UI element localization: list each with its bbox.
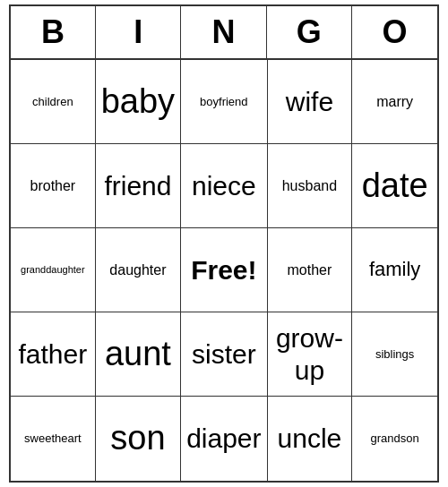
bingo-cell: granddaughter [11, 228, 96, 312]
bingo-cell: niece [181, 144, 267, 228]
cell-text: wife [286, 86, 333, 118]
cell-text: niece [192, 170, 256, 202]
cell-text: brother [30, 177, 76, 194]
bingo-grid: childrenbabyboyfriendwifemarrybrotherfri… [11, 60, 437, 481]
bingo-cell: Free! [181, 228, 267, 312]
bingo-cell: wife [268, 60, 353, 144]
cell-text: family [369, 258, 420, 281]
bingo-cell: daughter [96, 228, 181, 312]
header-letter: I [96, 6, 181, 58]
cell-text: sister [192, 338, 256, 371]
header-letter: B [11, 6, 96, 58]
bingo-cell: siblings [352, 312, 437, 397]
cell-text: uncle [278, 423, 342, 455]
cell-text: grandson [371, 431, 419, 446]
bingo-cell: uncle [268, 397, 353, 481]
bingo-cell: date [352, 144, 437, 228]
cell-text: date [362, 166, 428, 207]
bingo-cell: father [11, 312, 96, 397]
header-letter: O [352, 6, 437, 58]
cell-text: mother [288, 261, 332, 278]
cell-text: friend [104, 170, 171, 202]
bingo-header: BINGO [11, 6, 437, 60]
bingo-cell: diaper [181, 397, 267, 481]
cell-text: son [110, 418, 165, 459]
cell-text: baby [101, 81, 175, 123]
cell-text: siblings [375, 347, 414, 362]
bingo-cell: sweetheart [11, 397, 96, 481]
bingo-cell: marry [352, 60, 437, 144]
header-letter: G [267, 6, 352, 58]
bingo-cell: grandson [352, 397, 437, 481]
bingo-cell: mother [268, 228, 353, 312]
cell-text: children [32, 95, 73, 109]
bingo-cell: husband [268, 144, 353, 228]
cell-text: father [19, 338, 88, 371]
bingo-cell: son [96, 397, 181, 481]
bingo-cell: children [11, 60, 96, 144]
bingo-cell: aunt [96, 312, 181, 397]
bingo-cell: baby [96, 60, 181, 144]
bingo-cell: grow-up [268, 312, 353, 397]
cell-text: grow-up [276, 322, 343, 387]
cell-text: sweetheart [24, 431, 82, 446]
bingo-cell: friend [96, 144, 181, 228]
bingo-cell: boyfriend [181, 60, 267, 144]
cell-text: marry [376, 93, 413, 110]
bingo-cell: family [352, 228, 437, 312]
cell-text: boyfriend [200, 95, 247, 109]
header-letter: N [181, 6, 266, 58]
cell-text: daughter [109, 261, 166, 278]
bingo-cell: brother [11, 144, 96, 228]
cell-text: husband [282, 177, 337, 194]
cell-text: granddaughter [21, 264, 85, 276]
cell-text: aunt [105, 334, 171, 375]
bingo-card: BINGO childrenbabyboyfriendwifemarrybrot… [9, 4, 439, 483]
bingo-cell: sister [181, 312, 267, 397]
cell-text: Free! [191, 254, 256, 286]
cell-text: diaper [186, 423, 261, 455]
